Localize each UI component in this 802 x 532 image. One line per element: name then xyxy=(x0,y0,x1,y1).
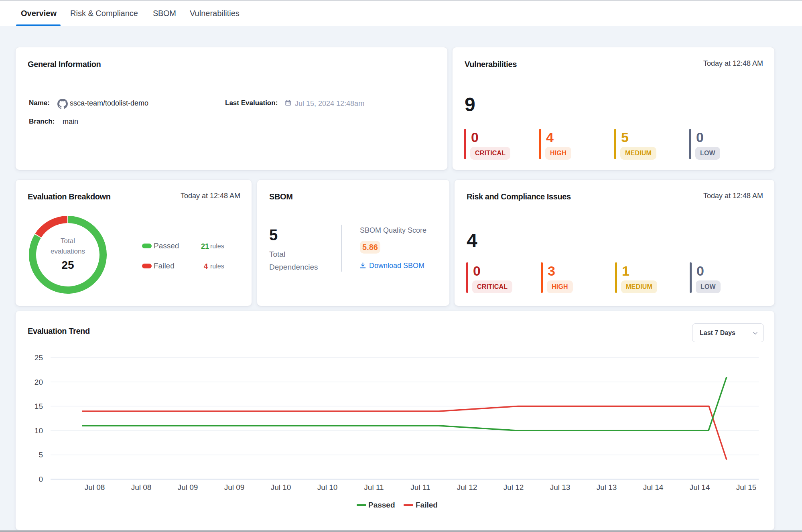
svg-text:5: 5 xyxy=(39,451,43,459)
svg-text:Jul 10: Jul 10 xyxy=(271,483,291,491)
svg-text:Jul 11: Jul 11 xyxy=(364,483,384,491)
svg-text:25: 25 xyxy=(35,353,43,362)
svg-text:Jul 13: Jul 13 xyxy=(597,483,617,491)
svg-text:Jul 12: Jul 12 xyxy=(504,483,524,491)
svg-text:Jul 15: Jul 15 xyxy=(736,483,757,491)
svg-text:15: 15 xyxy=(35,402,43,410)
svg-text:20: 20 xyxy=(35,378,43,386)
svg-text:Jul 10: Jul 10 xyxy=(317,483,338,491)
svg-text:10: 10 xyxy=(35,426,43,435)
svg-text:Jul 13: Jul 13 xyxy=(550,483,571,491)
svg-text:Jul 08: Jul 08 xyxy=(85,483,105,491)
svg-text:Jul 14: Jul 14 xyxy=(643,483,664,491)
svg-text:Jul 12: Jul 12 xyxy=(457,483,477,491)
svg-text:Jul 08: Jul 08 xyxy=(131,483,152,491)
svg-text:Jul 11: Jul 11 xyxy=(410,483,430,491)
svg-text:Jul 09: Jul 09 xyxy=(224,483,245,491)
svg-text:0: 0 xyxy=(39,475,43,483)
svg-text:Jul 09: Jul 09 xyxy=(178,483,198,491)
svg-text:Jul 14: Jul 14 xyxy=(690,483,710,491)
